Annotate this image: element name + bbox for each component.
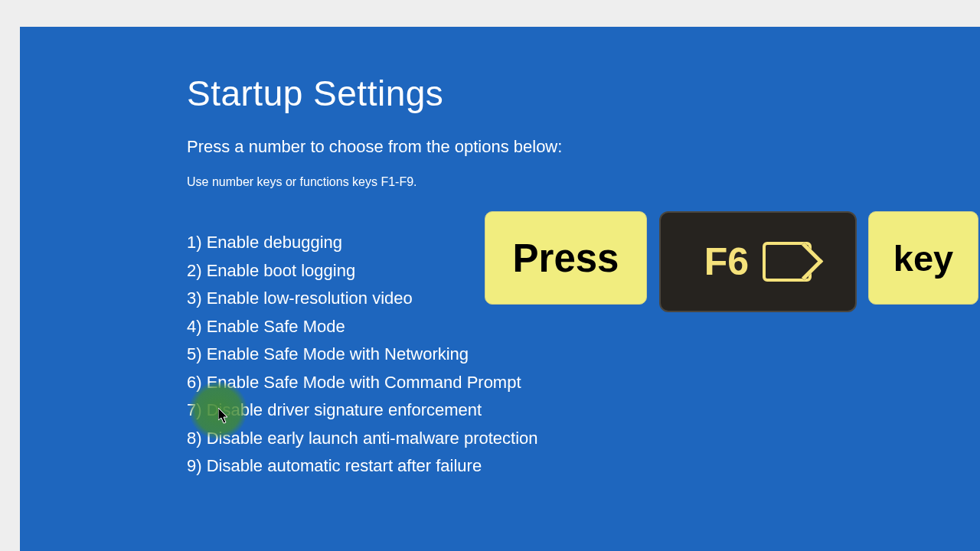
option-8[interactable]: 8) Disable early launch anti-malware pro… xyxy=(187,425,815,453)
keycap-icon xyxy=(763,242,812,282)
startup-settings-screen: Startup Settings Press a number to choos… xyxy=(20,27,980,551)
annotation-f6-keycap: F6 xyxy=(659,211,857,312)
option-7[interactable]: 7) Disable driver signature enforcement xyxy=(187,396,815,425)
instruction-text: Press a number to choose from the option… xyxy=(187,137,815,157)
option-5[interactable]: 5) Enable Safe Mode with Networking xyxy=(187,341,815,369)
annotation-key: key xyxy=(868,211,978,305)
hint-text: Use number keys or functions keys F1-F9. xyxy=(187,175,815,189)
option-9[interactable]: 9) Disable automatic restart after failu… xyxy=(187,452,815,481)
keycap-label: F6 xyxy=(704,240,749,284)
annotation-press: Press xyxy=(485,211,647,305)
option-6[interactable]: 6) Enable Safe Mode with Command Prompt xyxy=(187,369,815,397)
page-title: Startup Settings xyxy=(187,73,815,114)
option-4[interactable]: 4) Enable Safe Mode xyxy=(187,313,815,341)
